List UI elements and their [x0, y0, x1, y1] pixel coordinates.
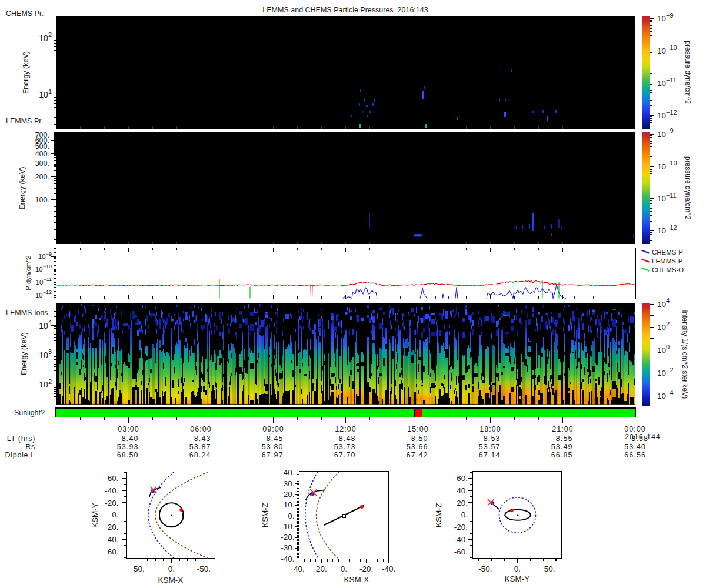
- svg-text:20.: 20.: [284, 490, 295, 499]
- svg-text:Energy (keV): Energy (keV): [18, 167, 26, 210]
- svg-text:0.: 0.: [341, 564, 347, 573]
- svg-text:CHEMS-O: CHEMS-O: [652, 266, 684, 273]
- svg-text:03:00: 03:00: [118, 425, 139, 433]
- svg-text:-40.: -40.: [281, 554, 294, 563]
- svg-text:LEMMS Pr.: LEMMS Pr.: [6, 117, 43, 125]
- svg-text:67.14: 67.14: [479, 451, 501, 459]
- svg-text:2016-144: 2016-144: [625, 433, 661, 441]
- svg-text:67.70: 67.70: [334, 451, 356, 459]
- svg-text:-20.: -20.: [105, 499, 118, 507]
- svg-text:KSM-Z: KSM-Z: [434, 503, 443, 527]
- svg-text:30.: 30.: [284, 479, 295, 488]
- svg-text:CHEMS Pr.: CHEMS Pr.: [6, 9, 44, 18]
- svg-text:8.48: 8.48: [339, 435, 356, 443]
- svg-text:-40.: -40.: [105, 486, 118, 495]
- svg-text:40.: 40.: [457, 486, 468, 495]
- svg-text:300.: 300.: [35, 159, 49, 168]
- svg-text:0.: 0.: [461, 510, 468, 519]
- svg-text:40.: 40.: [294, 564, 305, 573]
- svg-text:100.: 100.: [35, 196, 49, 204]
- svg-text:40.: 40.: [108, 535, 119, 544]
- svg-text:8.45: 8.45: [267, 435, 284, 443]
- svg-text:KSM-Z: KSM-Z: [261, 503, 269, 527]
- svg-text:0.: 0.: [112, 510, 118, 519]
- svg-text:-10.: -10.: [281, 522, 294, 531]
- svg-text:-50.: -50.: [197, 564, 211, 573]
- svg-text:-50.: -50.: [478, 564, 492, 573]
- svg-text:LEMMS-P: LEMMS-P: [652, 258, 683, 265]
- svg-text:Energy (keV): Energy (keV): [22, 51, 30, 94]
- svg-text:53.66: 53.66: [407, 443, 428, 451]
- svg-text:66.56: 66.56: [624, 451, 646, 459]
- svg-text:53.49: 53.49: [551, 443, 573, 451]
- svg-text:intensity 1/(s cm^2 ster keV): intensity 1/(s cm^2 ster keV): [681, 310, 689, 399]
- svg-text:20.: 20.: [457, 499, 468, 507]
- svg-text:53.87: 53.87: [189, 443, 211, 451]
- svg-text:68.50: 68.50: [117, 451, 139, 459]
- svg-text:-60.: -60.: [454, 547, 468, 556]
- svg-text:700.: 700.: [35, 131, 49, 139]
- svg-text:50.: 50.: [134, 564, 145, 573]
- svg-text:15:00: 15:00: [407, 425, 428, 433]
- svg-text:0.: 0.: [168, 564, 175, 573]
- svg-text:Sunlight?: Sunlight?: [14, 409, 45, 417]
- svg-text:400.: 400.: [35, 150, 49, 158]
- svg-text:53.57: 53.57: [479, 443, 501, 451]
- svg-text:LEMMS Ions: LEMMS Ions: [6, 309, 48, 317]
- svg-text:53.73: 53.73: [334, 443, 356, 451]
- svg-text:10.: 10.: [284, 500, 295, 509]
- svg-text:-20.: -20.: [454, 523, 468, 532]
- svg-text:CHEMS-P: CHEMS-P: [652, 249, 683, 256]
- svg-text:8.43: 8.43: [194, 435, 211, 443]
- svg-text:66.85: 66.85: [551, 451, 573, 459]
- svg-text:-30.: -30.: [281, 543, 294, 552]
- svg-text:8.55: 8.55: [556, 435, 573, 443]
- svg-text:-40.: -40.: [382, 564, 395, 573]
- svg-text:8.53: 8.53: [484, 435, 501, 443]
- svg-text:18:00: 18:00: [479, 425, 501, 433]
- svg-text:09:00: 09:00: [262, 425, 284, 433]
- svg-text:P dyn/cm^2: P dyn/cm^2: [25, 255, 32, 290]
- svg-text:-40.: -40.: [454, 535, 468, 544]
- svg-text:Energy (keV): Energy (keV): [20, 332, 28, 375]
- svg-text:-20.: -20.: [359, 564, 373, 573]
- svg-text:KSM-Y: KSM-Y: [91, 503, 99, 528]
- svg-text:20.: 20.: [108, 523, 119, 532]
- svg-text:67.97: 67.97: [262, 451, 284, 459]
- svg-text:pressure dyne/cm^2: pressure dyne/cm^2: [684, 156, 692, 220]
- svg-text:67.42: 67.42: [407, 451, 428, 459]
- svg-text:68.24: 68.24: [189, 451, 211, 459]
- svg-text:8.40: 8.40: [122, 435, 139, 443]
- svg-text:0.: 0.: [514, 564, 521, 573]
- svg-text:40.: 40.: [284, 468, 295, 477]
- svg-text:60.: 60.: [457, 474, 468, 483]
- svg-text:8.50: 8.50: [411, 435, 428, 443]
- svg-text:53.80: 53.80: [262, 443, 284, 451]
- svg-text:Dipole L: Dipole L: [5, 451, 35, 459]
- svg-text:60.: 60.: [108, 547, 119, 556]
- svg-text:-60.: -60.: [105, 474, 118, 483]
- svg-text:06:00: 06:00: [190, 425, 211, 433]
- svg-text:KSM-X: KSM-X: [344, 575, 369, 584]
- svg-text:20.: 20.: [316, 564, 327, 573]
- svg-text:LT (hrs): LT (hrs): [7, 435, 35, 443]
- svg-text:LEMMS and CHEMS Particle Press: LEMMS and CHEMS Particle Pressures 2016:…: [262, 6, 428, 14]
- svg-text:0.: 0.: [288, 512, 294, 520]
- svg-text:Rs: Rs: [25, 443, 35, 451]
- svg-text:53.40: 53.40: [624, 443, 646, 451]
- svg-text:200.: 200.: [35, 173, 49, 181]
- svg-text:pressure dyne/cm^2: pressure dyne/cm^2: [684, 41, 692, 104]
- svg-text:50.: 50.: [544, 564, 555, 573]
- svg-text:-20.: -20.: [281, 533, 294, 542]
- svg-text:53.93: 53.93: [117, 443, 139, 451]
- svg-text:KSM-Y: KSM-Y: [505, 574, 530, 583]
- svg-text:12:00: 12:00: [335, 425, 356, 433]
- svg-text:21:00: 21:00: [552, 425, 573, 433]
- svg-text:KSM-X: KSM-X: [158, 576, 184, 584]
